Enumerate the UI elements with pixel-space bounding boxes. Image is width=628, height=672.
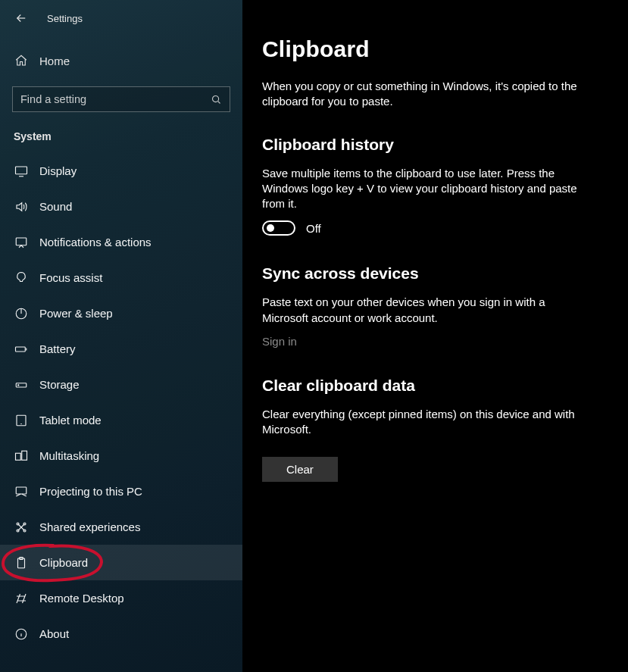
notifications-icon (14, 236, 29, 249)
search-icon (211, 94, 222, 105)
svg-rect-9 (22, 451, 27, 460)
home-icon (14, 54, 29, 67)
clipboard-icon (14, 556, 29, 570)
sidebar-header: Settings (0, 0, 242, 36)
sidebar-item-clipboard[interactable]: Clipboard (0, 545, 242, 580)
storage-icon (14, 378, 29, 392)
app-title: Settings (47, 13, 83, 24)
tablet-icon (14, 414, 29, 427)
category-heading: System (0, 130, 242, 142)
sidebar-item-notifications[interactable]: Notifications & actions (0, 224, 242, 260)
sidebar-item-label: Focus assist (39, 271, 102, 284)
sidebar-item-storage[interactable]: Storage (0, 367, 242, 402)
home-label: Home (39, 55, 70, 67)
sound-icon (14, 200, 29, 214)
sidebar-item-remote-desktop[interactable]: Remote Desktop (0, 580, 242, 616)
sidebar-item-label: Multitasking (39, 449, 99, 462)
battery-icon (14, 342, 29, 356)
page-title: Clipboard (262, 36, 608, 62)
sidebar-item-sound[interactable]: Sound (0, 189, 242, 224)
sidebar-item-label: Tablet mode (39, 414, 102, 427)
history-toggle-state: Off (306, 222, 321, 235)
back-button[interactable] (6, 3, 36, 33)
history-toggle-row: Off (262, 220, 608, 236)
sidebar-item-label: Projecting to this PC (39, 485, 142, 498)
history-toggle[interactable] (262, 220, 295, 236)
sidebar-item-multitasking[interactable]: Multitasking (0, 438, 242, 474)
clear-button[interactable]: Clear (262, 457, 338, 482)
history-heading: Clipboard history (262, 136, 608, 154)
settings-sidebar: Settings Home System Display Sound (0, 0, 242, 672)
sidebar-item-label: Power & sleep (39, 307, 113, 320)
multitasking-icon (14, 449, 29, 463)
focus-assist-icon (14, 271, 29, 285)
sidebar-item-label: Sound (39, 200, 72, 213)
search-input[interactable] (20, 93, 211, 105)
projecting-icon (14, 485, 29, 499)
clear-desc: Clear everything (except pinned items) o… (262, 407, 588, 438)
sidebar-item-label: About (39, 627, 69, 640)
sidebar-item-label: Battery (39, 342, 76, 355)
svg-rect-2 (16, 238, 27, 245)
arrow-left-icon (14, 11, 28, 25)
sidebar-item-label: Clipboard (39, 556, 88, 569)
svg-point-0 (213, 95, 219, 102)
search-container (0, 86, 242, 112)
sidebar-item-battery[interactable]: Battery (0, 331, 242, 367)
power-icon (14, 307, 29, 320)
svg-rect-10 (16, 487, 27, 494)
history-desc: Save multiple items to the clipboard to … (262, 166, 588, 212)
sidebar-item-label: Display (39, 164, 77, 177)
svg-rect-8 (16, 453, 21, 460)
nav-list: Display Sound Notifications & actions Fo… (0, 153, 242, 672)
sidebar-item-power-sleep[interactable]: Power & sleep (0, 295, 242, 331)
search-input-container[interactable] (12, 86, 230, 112)
sidebar-item-focus-assist[interactable]: Focus assist (0, 260, 242, 295)
display-icon (14, 164, 29, 178)
sync-desc: Paste text on your other devices when yo… (262, 295, 588, 326)
sidebar-item-label: Shared experiences (39, 520, 140, 533)
home-nav[interactable]: Home (0, 44, 242, 77)
sign-in-link[interactable]: Sign in (262, 335, 297, 348)
sidebar-item-label: Storage (39, 378, 80, 391)
sidebar-item-label: Notifications & actions (39, 236, 152, 248)
shared-icon (14, 520, 29, 534)
svg-rect-4 (16, 347, 26, 352)
sidebar-item-display[interactable]: Display (0, 153, 242, 189)
sidebar-item-about[interactable]: About (0, 616, 242, 652)
sidebar-item-tablet-mode[interactable]: Tablet mode (0, 402, 242, 438)
svg-rect-1 (16, 167, 27, 174)
svg-point-6 (18, 384, 19, 385)
about-icon (14, 627, 29, 641)
page-intro: When you copy or cut something in Window… (262, 79, 588, 110)
remote-desktop-icon (14, 592, 29, 605)
sidebar-item-projecting[interactable]: Projecting to this PC (0, 474, 242, 509)
clear-heading: Clear clipboard data (262, 377, 608, 395)
content-panel: Clipboard When you copy or cut something… (242, 0, 628, 672)
sidebar-item-label: Remote Desktop (39, 592, 124, 605)
sync-heading: Sync across devices (262, 264, 608, 283)
sidebar-item-shared-experiences[interactable]: Shared experiences (0, 509, 242, 545)
